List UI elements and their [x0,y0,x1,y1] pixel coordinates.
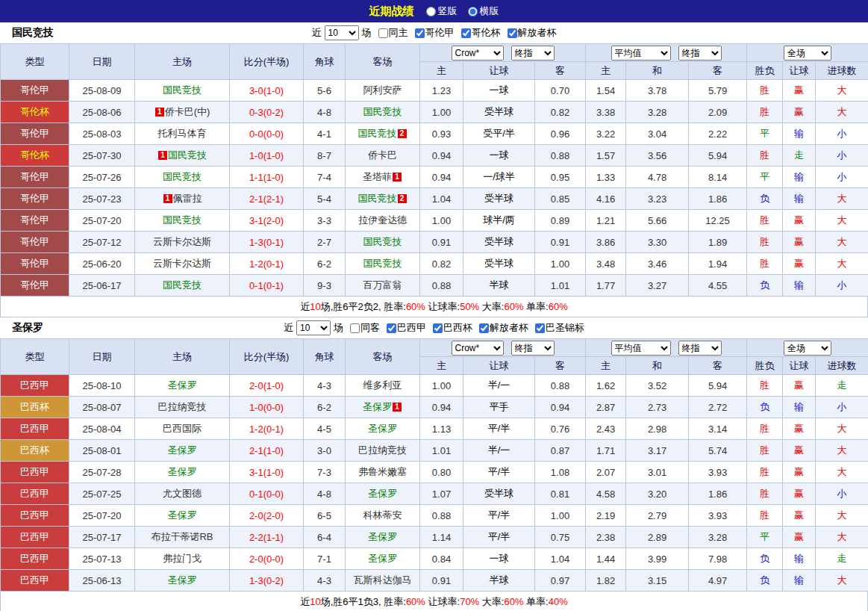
score-cell[interactable]: 0-1(0-1) [230,275,304,297]
average-select[interactable]: 平均值 [611,46,671,61]
average-select[interactable]: 平均值 [611,341,671,356]
home-team-cell[interactable]: 云斯卡尔达斯 [135,232,230,253]
league-filter-checkbox[interactable]: 巴西甲 [387,321,426,335]
home-team-cell[interactable]: 1佩雷拉 [135,188,230,210]
league-filter-input[interactable] [479,323,489,333]
final-average-select[interactable]: 终指 [678,341,722,356]
home-team-cell[interactable]: 巴拉纳竞技 [135,397,230,418]
away-team-cell[interactable]: 瓦斯科达伽马 [346,570,420,592]
away-team-cell[interactable]: 巴拉纳竞技 [346,440,420,462]
league-filter-checkbox[interactable]: 哥伦甲 [415,26,455,40]
home-team-cell[interactable]: 圣保罗 [135,570,230,592]
league-filter-input[interactable] [461,28,471,38]
score-cell[interactable]: 1-1(1-0) [230,167,304,188]
horizontal-radio[interactable] [468,7,478,16]
league-filter-input[interactable] [508,28,517,38]
away-team-cell[interactable]: 圣保罗1 [346,397,420,418]
bookmaker-select[interactable]: Crow* [452,46,504,61]
league-filter-checkbox[interactable]: 巴圣锦标 [535,321,584,335]
away-team-cell[interactable]: 国民竞技 [346,102,420,123]
final-odds-select[interactable]: 终指 [511,341,555,356]
score-cell[interactable]: 0-0(0-0) [230,123,304,145]
score-cell[interactable]: 3-0(1-0) [230,80,304,102]
home-team-cell[interactable]: 云斯卡尔达斯 [135,253,230,275]
score-cell[interactable]: 2-0(0-0) [230,548,304,570]
scope-select[interactable]: 全场 [784,341,831,356]
away-team-cell[interactable]: 国民竞技2 [346,123,420,145]
league-filter-checkbox[interactable]: 巴西杯 [433,321,472,335]
home-team-cell[interactable]: 圣保罗 [135,440,230,462]
home-team-cell[interactable]: 国民竞技 [135,210,230,232]
same-venue-checkbox[interactable]: 同客 [350,321,380,335]
score-cell[interactable]: 2-2(1-1) [230,527,304,548]
league-filter-checkbox[interactable]: 哥伦杯 [461,26,501,40]
away-team-cell[interactable]: 科林蒂安 [346,505,420,527]
result-wdl-cell: 胜 [747,210,783,232]
match-count-select[interactable]: 10 [296,320,331,335]
away-team-cell[interactable]: 百万富翁 [346,275,420,297]
same-venue-checkbox[interactable]: 同主 [378,26,408,40]
league-filter-input[interactable] [535,323,545,333]
away-team-cell[interactable]: 圣塔菲1 [346,167,420,188]
column-header: 类型 [1,44,69,80]
away-team-cell[interactable]: 弗鲁米嫩塞 [346,462,420,483]
away-team-cell[interactable]: 圣保罗 [346,527,420,548]
score-cell[interactable]: 3-1(2-0) [230,210,304,232]
away-team-cell[interactable]: 国民竞技2 [346,188,420,210]
score-cell[interactable]: 1-3(0-1) [230,232,304,253]
away-team-cell[interactable]: 拉伊奎达德 [346,210,420,232]
home-team-cell[interactable]: 圣保罗 [135,375,230,397]
layout-vertical-option[interactable]: 竖版 [426,4,458,18]
home-team-cell[interactable]: 圣保罗 [135,462,230,483]
home-team-cell[interactable]: 巴西国际 [135,418,230,440]
score-cell[interactable]: 0-3(0-2) [230,102,304,123]
score-cell[interactable]: 3-1(1-0) [230,462,304,483]
home-team-cell[interactable]: 国民竞技 [135,167,230,188]
handicap-cell: 半球 [463,275,535,297]
league-filter-checkbox[interactable]: 解放者杯 [479,321,528,335]
column-header: 客场 [346,44,420,80]
score-cell[interactable]: 2-0(1-0) [230,375,304,397]
final-odds-select[interactable]: 终指 [511,46,555,61]
home-team-cell[interactable]: 弗拉门戈 [135,548,230,570]
home-team-cell[interactable]: 国民竞技 [135,275,230,297]
away-team-cell[interactable]: 圣保罗 [346,483,420,505]
score-cell[interactable]: 0-1(0-0) [230,483,304,505]
score-cell[interactable]: 2-0(2-0) [230,505,304,527]
same-venue-input[interactable] [350,323,360,333]
away-team-cell[interactable]: 维多利亚 [346,375,420,397]
score-cell[interactable]: 1-3(0-2) [230,570,304,592]
away-team-cell[interactable]: 圣保罗 [346,548,420,570]
score-cell[interactable]: 1-2(0-1) [230,253,304,275]
score-cell[interactable]: 2-1(1-0) [230,440,304,462]
scope-select[interactable]: 全场 [784,46,831,61]
score-cell[interactable]: 1-0(0-0) [230,397,304,418]
away-team-cell[interactable]: 圣保罗 [346,418,420,440]
league-filter-input[interactable] [415,28,425,38]
away-team-cell[interactable]: 国民竞技 [346,253,420,275]
away-team-cell[interactable]: 国民竞技 [346,232,420,253]
home-team-cell[interactable]: 1国民竞技 [135,145,230,167]
vertical-radio[interactable] [426,7,436,16]
away-team-cell[interactable]: 阿利安萨 [346,80,420,102]
league-filter-input[interactable] [433,323,443,333]
bookmaker-select[interactable]: Crow* [452,341,504,356]
home-team-cell[interactable]: 国民竞技 [135,80,230,102]
handicap-cell: 受半球 [463,232,535,253]
final-average-select[interactable]: 终指 [678,46,722,61]
home-team-cell[interactable]: 布拉干蒂诺RB [135,527,230,548]
away-team-cell[interactable]: 侨卡巴 [346,145,420,167]
league-filter-input[interactable] [387,323,396,333]
league-filter-checkbox[interactable]: 解放者杯 [508,26,557,40]
home-team-cell[interactable]: 1侨卡巴(中) [135,102,230,123]
score-cell[interactable]: 1-2(0-1) [230,418,304,440]
layout-horizontal-option[interactable]: 横版 [468,4,499,18]
home-team-cell[interactable]: 圣保罗 [135,505,230,527]
home-team-cell[interactable]: 托利马体育 [135,123,230,145]
result-handicap-cell: 输 [783,570,816,592]
score-cell[interactable]: 1-0(1-0) [230,145,304,167]
score-cell[interactable]: 2-1(2-1) [230,188,304,210]
match-count-select[interactable]: 10 [325,25,359,40]
home-team-cell[interactable]: 尤文图德 [135,483,230,505]
same-venue-input[interactable] [378,28,388,38]
